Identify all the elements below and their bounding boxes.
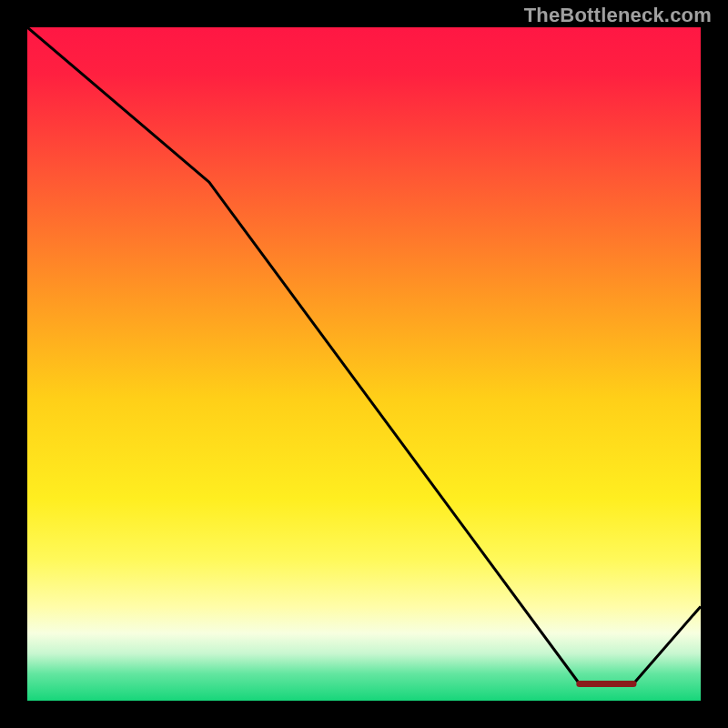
chart-plot-area [27, 27, 701, 701]
bottleneck-chart [27, 27, 701, 701]
watermark-text: TheBottleneck.com [524, 4, 712, 27]
chart-frame: TheBottleneck.com [0, 0, 728, 728]
